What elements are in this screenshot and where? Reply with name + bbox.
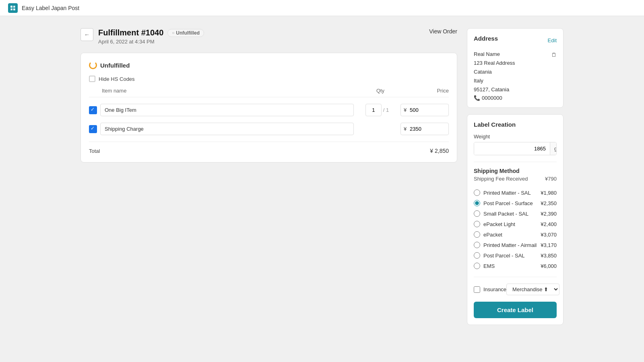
items-header: Item name Qty Price <box>89 88 449 97</box>
list-item: Small Packet - SAL ¥2,390 <box>474 208 557 219</box>
insurance-checkbox[interactable] <box>474 286 480 293</box>
shipping-radio-post-parcel-surface[interactable] <box>474 200 480 206</box>
create-label-button[interactable]: Create Label <box>474 302 557 318</box>
weight-input[interactable] <box>474 142 550 155</box>
items-table: Item name Qty Price / 1 ¥ <box>89 88 449 154</box>
item-2-name-input[interactable] <box>100 123 354 135</box>
copy-icon[interactable]: 🗒 <box>551 51 557 60</box>
item-1-checkbox[interactable] <box>89 106 97 114</box>
item-1-price-input[interactable] <box>400 104 449 116</box>
shipping-fee-value: ¥790 <box>545 176 557 182</box>
phone-row: 📞 0000000 <box>474 95 557 101</box>
shipping-radio-epacket[interactable] <box>474 231 480 238</box>
total-label: Total <box>89 148 100 154</box>
shipping-radio-printed-matter-airmail[interactable] <box>474 242 480 248</box>
shipping-option-left-printed-matter-sal: Printed Matter - SAL <box>474 189 531 196</box>
shipping-name-ems: EMS <box>483 263 495 269</box>
top-bar: Easy Label Japan Post <box>0 0 644 16</box>
shipping-price-printed-matter-airmail: ¥3,170 <box>541 242 557 248</box>
shipping-price-printed-matter-sal: ¥1,980 <box>541 190 557 196</box>
address-text: 🗒 Real Name 123 Real Address Catania Ita… <box>474 50 557 94</box>
shipping-name-printed-matter-sal: Printed Matter - SAL <box>483 190 531 196</box>
item-1-qty-group: / 1 <box>357 104 397 116</box>
shipping-name-small-packet-sal: Small Packet - SAL <box>483 211 528 217</box>
address-street: 123 Real Address <box>474 59 557 68</box>
page-date: April 6, 2022 at 4:34 PM <box>98 39 204 45</box>
status-dot: ○ <box>172 31 174 35</box>
shipping-radio-printed-matter-sal[interactable] <box>474 189 480 196</box>
shipping-option-left-epacket: ePacket <box>474 231 502 238</box>
svg-rect-2 <box>10 8 12 10</box>
shipping-radio-ems[interactable] <box>474 263 480 269</box>
list-item: ePacket ¥3,070 <box>474 229 557 240</box>
fulfillment-section-title: Unfulfilled <box>100 62 130 69</box>
right-panel: Address Edit 🗒 Real Name 123 Real Addres… <box>467 28 564 350</box>
list-item: EMS ¥6,000 <box>474 261 557 271</box>
svg-rect-0 <box>10 6 12 8</box>
address-header: Address Edit <box>474 35 557 46</box>
svg-rect-3 <box>13 8 15 10</box>
label-creation-title: Label Creation <box>474 121 557 128</box>
list-item: Post Parcel - Surface ¥2,350 <box>474 198 557 208</box>
shipping-name-post-parcel-sal: Post Parcel - SAL <box>483 253 525 259</box>
item-2-price-input[interactable] <box>400 123 449 135</box>
address-card: Address Edit 🗒 Real Name 123 Real Addres… <box>467 28 564 108</box>
hide-hs-row: Hide HS Codes <box>89 76 449 82</box>
app-name: Easy Label Japan Post <box>22 5 79 11</box>
shipping-options-list: Printed Matter - SAL ¥1,980 Post Parcel … <box>474 187 557 271</box>
header-left: ← Fulfillment #1040 ○ Unfulfilled April … <box>80 28 204 45</box>
weight-unit: g <box>550 142 557 155</box>
shipping-fee-row: Shipping Fee Received ¥790 <box>474 176 557 182</box>
left-panel: ← Fulfillment #1040 ○ Unfulfilled April … <box>80 28 457 350</box>
shipping-option-left-printed-matter-airmail: Printed Matter - Airmail <box>474 242 537 248</box>
shipping-name-epacket: ePacket <box>483 232 502 238</box>
status-badge: ○ Unfulfilled <box>167 29 204 37</box>
shipping-option-left-epacket-light: ePacket Light <box>474 221 515 227</box>
item-2-currency: ¥ <box>404 126 407 132</box>
app-logo <box>8 3 18 13</box>
shipping-option-left-ems: EMS <box>474 263 495 269</box>
shipping-price-small-packet-sal: ¥2,390 <box>541 211 557 217</box>
page-title: Fulfillment #1040 ○ Unfulfilled <box>98 28 204 37</box>
shipping-option-left-post-parcel-surface: Post Parcel - Surface <box>474 200 533 206</box>
status-text: Unfulfilled <box>176 30 200 36</box>
table-row: ¥ <box>89 119 449 138</box>
insurance-label: Insurance <box>483 286 506 292</box>
shipping-price-epacket-light: ¥2,400 <box>541 221 557 227</box>
address-name: Real Name <box>474 50 557 59</box>
shipping-price-post-parcel-surface: ¥2,350 <box>541 200 557 206</box>
phone-number: 0000000 <box>482 95 502 101</box>
back-button[interactable]: ← <box>80 28 93 41</box>
item-1-qty-input[interactable] <box>365 104 382 116</box>
unfulfilled-icon <box>89 61 97 69</box>
item-1-name-input[interactable] <box>100 104 354 116</box>
weight-label: Weight <box>474 134 557 140</box>
shipping-radio-small-packet-sal[interactable] <box>474 210 480 217</box>
hide-hs-checkbox[interactable] <box>89 76 95 82</box>
view-order-link[interactable]: View Order <box>429 28 457 35</box>
hide-hs-label: Hide HS Codes <box>99 76 135 82</box>
main-content: ← Fulfillment #1040 ○ Unfulfilled April … <box>0 16 644 362</box>
shipping-fee-label: Shipping Fee Received <box>474 176 528 182</box>
item-2-checkbox[interactable] <box>89 125 97 133</box>
shipping-name-post-parcel-surface: Post Parcel - Surface <box>483 200 533 206</box>
insurance-row: Insurance Merchandise ⬆ Gift Documents S… <box>474 284 557 295</box>
merchandise-select[interactable]: Merchandise ⬆ Gift Documents Sample <box>506 284 559 295</box>
shipping-radio-post-parcel-sal[interactable] <box>474 252 480 259</box>
shipping-method-title: Shipping Method <box>474 168 557 174</box>
item-1-currency: ¥ <box>404 107 407 113</box>
list-item: ePacket Light ¥2,400 <box>474 219 557 229</box>
shipping-name-epacket-light: ePacket Light <box>483 221 515 227</box>
fulfillment-id: Fulfillment #1040 <box>98 28 163 37</box>
shipping-radio-epacket-light[interactable] <box>474 221 480 227</box>
page-header: ← Fulfillment #1040 ○ Unfulfilled April … <box>80 28 457 45</box>
svg-rect-1 <box>13 6 15 8</box>
col-header-qty: Qty <box>360 88 400 94</box>
shipping-name-printed-matter-airmail: Printed Matter - Airmail <box>483 242 537 248</box>
col-header-price: Price <box>400 88 449 94</box>
separator-1 <box>474 162 557 162</box>
address-edit-link[interactable]: Edit <box>548 37 557 43</box>
shipping-price-epacket: ¥3,070 <box>541 232 557 238</box>
fulfillment-card: Unfulfilled Hide HS Codes Item name Qty … <box>80 53 457 162</box>
item-1-qty-divider: / 1 <box>383 107 389 113</box>
